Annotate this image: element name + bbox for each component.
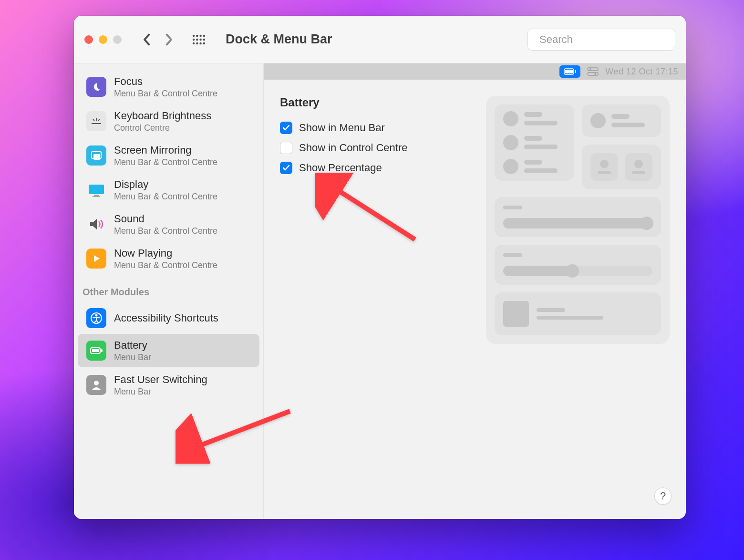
svg-rect-21 [94, 195, 99, 196]
svg-point-8 [193, 42, 195, 44]
menubar-battery-icon [559, 65, 580, 78]
checkbox[interactable] [280, 122, 292, 134]
sidebar-item-display[interactable]: Display Menu Bar & Control Centre [78, 173, 259, 207]
option-label: Show Percentage [299, 162, 382, 174]
svg-line-16 [93, 119, 94, 121]
svg-point-35 [594, 73, 596, 75]
svg-point-3 [203, 34, 205, 36]
svg-point-6 [199, 38, 201, 40]
window-close-button[interactable] [84, 35, 93, 44]
sidebar-item-label: Accessibility Shortcuts [114, 311, 218, 325]
battery-icon [86, 341, 106, 361]
sidebar-item-sub: Menu Bar & Control Centre [114, 88, 217, 99]
svg-line-17 [98, 119, 100, 121]
help-label: ? [660, 490, 666, 502]
forward-button[interactable] [165, 33, 174, 46]
sidebar-item-label: Display [114, 178, 217, 191]
screen-mirroring-icon [86, 145, 106, 166]
system-preferences-window: Dock & Menu Bar Focus Menu Bar & Control… [74, 16, 686, 519]
svg-point-0 [193, 34, 195, 36]
svg-rect-20 [89, 185, 104, 194]
user-icon [86, 375, 106, 395]
sidebar-item-fast-user-switching[interactable]: Fast User Switching Menu Bar [78, 368, 259, 402]
sidebar-item-sub: Menu Bar & Control Centre [114, 226, 217, 237]
svg-point-4 [193, 38, 195, 40]
sidebar-item-battery[interactable]: Battery Menu Bar [78, 334, 259, 367]
window-title: Dock & Menu Bar [226, 32, 332, 47]
sidebar-item-accessibility-shortcuts[interactable]: Accessibility Shortcuts [78, 303, 259, 333]
menubar-datetime: Wed 12 Oct 17:15 [605, 67, 678, 77]
accessibility-icon [86, 308, 106, 328]
sidebar-item-sound[interactable]: Sound Menu Bar & Control Centre [78, 207, 259, 241]
sidebar-item-label: Keyboard Brightness [114, 109, 211, 123]
moon-icon [86, 77, 106, 97]
help-button[interactable]: ? [654, 487, 672, 505]
sidebar-item-label: Now Playing [114, 247, 217, 260]
sidebar-item-focus[interactable]: Focus Menu Bar & Control Centre [78, 70, 259, 104]
svg-point-11 [203, 42, 205, 44]
option-show-in-control-centre[interactable]: Show in Control Centre [280, 142, 471, 154]
svg-rect-31 [575, 70, 576, 73]
settings-title: Battery [280, 96, 471, 109]
sidebar-item-label: Screen Mirroring [114, 144, 217, 157]
svg-point-24 [95, 314, 98, 317]
svg-point-7 [203, 38, 205, 40]
sidebar-item-keyboard-brightness[interactable]: Keyboard Brightness Control Centre [78, 104, 259, 138]
search-input[interactable] [539, 33, 671, 46]
content-pane: Wed 12 Oct 17:15 Battery Show in Menu Ba… [264, 63, 686, 519]
back-button[interactable] [142, 33, 151, 46]
option-label: Show in Control Centre [299, 142, 407, 154]
sidebar-section-header: Other Modules [74, 276, 263, 302]
window-titlebar: Dock & Menu Bar [74, 16, 686, 63]
svg-rect-19 [93, 154, 100, 160]
sidebar-item-sub: Menu Bar & Control Centre [114, 260, 217, 271]
control-centre-preview [486, 96, 670, 503]
checkbox[interactable] [280, 142, 292, 154]
svg-point-2 [199, 34, 201, 36]
svg-rect-27 [101, 349, 103, 352]
svg-point-1 [196, 34, 198, 36]
sound-icon [86, 214, 106, 234]
show-all-icon[interactable] [192, 34, 206, 45]
sidebar-item-sub: Control Centre [114, 123, 211, 134]
sidebar-item-sub: Menu Bar [114, 386, 207, 397]
menubar-control-centre-icon [587, 67, 599, 76]
window-zoom-button[interactable] [113, 35, 122, 44]
svg-rect-30 [565, 70, 573, 73]
display-icon [86, 180, 106, 200]
svg-point-10 [199, 42, 201, 44]
svg-point-28 [94, 381, 99, 385]
option-label: Show in Menu Bar [299, 122, 385, 134]
svg-point-33 [589, 68, 591, 70]
sidebar-item-screen-mirroring[interactable]: Screen Mirroring Menu Bar & Control Cent… [78, 139, 259, 172]
svg-rect-34 [588, 73, 598, 75]
checkbox[interactable] [280, 162, 292, 174]
option-show-in-menu-bar[interactable]: Show in Menu Bar [280, 122, 471, 134]
sidebar-item-sub: Menu Bar & Control Centre [114, 157, 217, 168]
sidebar-item-sub: Menu Bar & Control Centre [114, 191, 217, 202]
svg-rect-22 [93, 196, 100, 197]
keyboard-brightness-icon [86, 111, 106, 131]
search-field[interactable] [527, 29, 675, 51]
window-minimize-button[interactable] [99, 35, 107, 44]
option-show-percentage[interactable]: Show Percentage [280, 162, 471, 174]
sidebar-item-now-playing[interactable]: Now Playing Menu Bar & Control Centre [78, 242, 259, 275]
svg-point-5 [196, 38, 198, 40]
traffic-lights [84, 35, 122, 44]
svg-point-9 [196, 42, 198, 44]
play-icon [86, 249, 106, 269]
sidebar-item-label: Sound [114, 212, 217, 226]
sidebar-item-sub: Menu Bar [114, 352, 151, 363]
menubar-preview: Wed 12 Oct 17:15 [264, 63, 686, 80]
sidebar-item-label: Battery [114, 339, 151, 352]
sidebar: Focus Menu Bar & Control Centre Keyboard… [74, 63, 264, 519]
sidebar-item-label: Fast User Switching [114, 373, 207, 386]
svg-rect-26 [92, 349, 99, 352]
sidebar-item-label: Focus [114, 75, 217, 88]
nav-buttons [142, 33, 174, 46]
svg-rect-32 [588, 68, 598, 71]
